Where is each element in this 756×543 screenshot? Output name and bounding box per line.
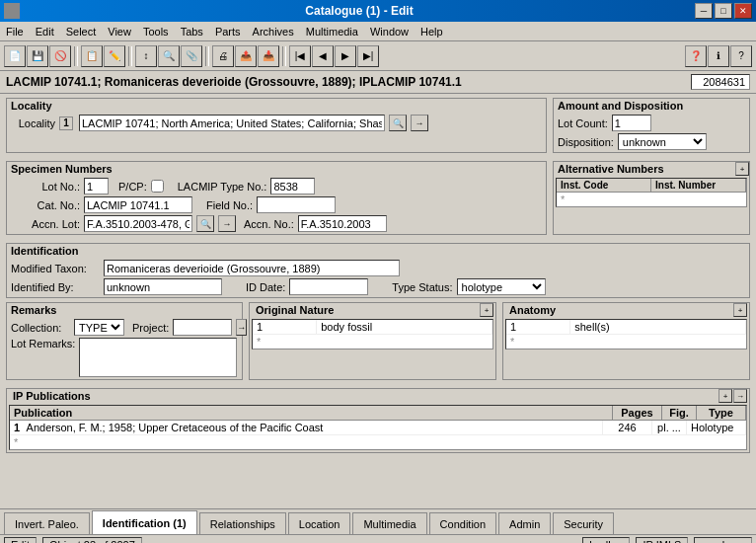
alt-numbers-grid: Inst. Code Inst. Number *: [556, 178, 747, 207]
toolbar-copy[interactable]: 📋: [81, 45, 103, 67]
toolbar-nav-prev[interactable]: ◀: [312, 45, 334, 67]
toolbar-cancel[interactable]: 🚫: [49, 45, 71, 67]
alt-numbers-add[interactable]: +: [735, 162, 749, 176]
anatomy-section: Anatomy + 1 shell(s) *: [502, 302, 750, 380]
tab-security[interactable]: Security: [553, 512, 614, 534]
locality-label: Locality: [11, 117, 55, 129]
locality-num: 1: [59, 116, 73, 130]
lot-remarks-textarea[interactable]: [79, 338, 237, 377]
menu-file[interactable]: File: [0, 25, 30, 39]
tab-identification[interactable]: Identification (1): [92, 510, 197, 534]
cat-no-input[interactable]: [84, 196, 192, 213]
anatomy-value: shell(s): [570, 320, 746, 334]
specimen-numbers-section: Specimen Numbers Lot No.: P/CP: LACMIP T…: [6, 161, 547, 235]
type-status-select[interactable]: holotypeparatypelectotypenone: [457, 278, 546, 295]
tab-relationships[interactable]: Relationships: [199, 512, 286, 534]
toolbar-import[interactable]: 📥: [258, 45, 279, 67]
toolbar-nav-first[interactable]: |◀: [289, 45, 311, 67]
close-button[interactable]: ✕: [734, 3, 752, 19]
collection-label: Collection:: [11, 322, 70, 334]
ip-pub-link[interactable]: →: [733, 389, 747, 403]
menu-archives[interactable]: Archives: [247, 25, 300, 39]
toolbar-export[interactable]: 📤: [235, 45, 257, 67]
lacmip-type-input[interactable]: [270, 178, 315, 194]
pcp-checkbox[interactable]: [151, 180, 164, 193]
identified-by-input[interactable]: [104, 278, 222, 295]
menu-help[interactable]: Help: [415, 25, 449, 39]
field-no-input[interactable]: [257, 196, 336, 213]
locality-input[interactable]: [79, 115, 385, 131]
ip-publications-title: IP Publications: [9, 389, 95, 403]
locality-link-btn[interactable]: →: [411, 115, 428, 131]
menu-parts[interactable]: Parts: [209, 25, 247, 39]
menu-edit[interactable]: Edit: [30, 25, 60, 39]
ip-pub-icons: + →: [718, 389, 747, 403]
toolbar-new[interactable]: 📄: [4, 45, 26, 67]
original-nature-row-1: 1 body fossil: [253, 320, 492, 335]
locality-section: Locality Locality 1 🔍 →: [6, 98, 547, 153]
toolbar-save[interactable]: 💾: [27, 45, 48, 67]
accn-lot-btn2[interactable]: →: [218, 215, 236, 232]
accn-lot-btn1[interactable]: 🔍: [196, 215, 214, 232]
amount-section: Amount and Disposition Lot Count: Dispos…: [553, 98, 750, 153]
toolbar-help[interactable]: ❓: [685, 45, 707, 67]
tab-admin[interactable]: Admin: [498, 512, 551, 534]
lot-count-input[interactable]: [612, 115, 651, 131]
menu-multimedia[interactable]: Multimedia: [300, 25, 364, 39]
tab-location[interactable]: Location: [288, 512, 351, 534]
tab-multimedia[interactable]: Multimedia: [352, 512, 426, 534]
toolbar-nav-last[interactable]: ▶|: [357, 45, 379, 67]
toolbar-info[interactable]: ℹ: [708, 45, 729, 67]
pub-col-type: Type: [697, 406, 746, 420]
toolbar-edit[interactable]: ✏️: [104, 45, 125, 67]
disposition-select[interactable]: unknownpresentmissing: [618, 133, 707, 150]
alt-numbers-new-row[interactable]: *: [557, 193, 746, 206]
id-date-input[interactable]: [289, 278, 368, 295]
toolbar-sort[interactable]: ↕: [135, 45, 157, 67]
identification-section: Identification Modified Taxon: Identifie…: [6, 243, 750, 298]
project-btn[interactable]: →: [236, 319, 247, 336]
toolbar-print[interactable]: 🖨: [212, 45, 234, 67]
identification-title: Identification: [7, 244, 749, 258]
anatomy-new-row[interactable]: *: [506, 335, 746, 349]
window-title: Catalogue (1) - Edit: [24, 4, 695, 18]
status-bar: Edit Object 23 of 2007 lwalker IP IMLS e…: [0, 534, 756, 543]
collection-select[interactable]: TYPE: [74, 319, 124, 336]
toolbar-attach[interactable]: 📎: [181, 45, 202, 67]
tab-invert-paleo[interactable]: Invert. Paleo.: [4, 512, 90, 534]
tab-condition[interactable]: Condition: [429, 512, 496, 534]
lot-no-label: Lot No.:: [11, 181, 80, 193]
alt-numbers-header: Inst. Code Inst. Number: [557, 179, 746, 193]
accn-no-input[interactable]: [298, 215, 387, 232]
ip-pub-add[interactable]: +: [718, 389, 732, 403]
menu-tools[interactable]: Tools: [137, 25, 175, 39]
status-user1: lwalker: [582, 537, 630, 544]
maximize-button[interactable]: □: [715, 3, 732, 19]
menu-view[interactable]: View: [102, 25, 137, 39]
locality-search-btn[interactable]: 🔍: [389, 115, 407, 131]
anatomy-add[interactable]: +: [733, 303, 747, 317]
record-header: LACMIP 10741.1; Romaniceras deverioide (…: [0, 71, 756, 94]
original-nature-add[interactable]: +: [480, 303, 493, 317]
accn-lot-input[interactable]: [84, 215, 192, 232]
anatomy-grid: 1 shell(s) *: [505, 319, 747, 349]
original-nature-section: Original Nature + 1 body fossil *: [249, 302, 496, 380]
toolbar-nav-next[interactable]: ▶: [335, 45, 356, 67]
lot-no-input[interactable]: [84, 178, 109, 194]
menu-tabs[interactable]: Tabs: [175, 25, 209, 39]
toolbar-filter[interactable]: 🔍: [158, 45, 180, 67]
window-controls: ─ □ ✕: [695, 3, 752, 19]
project-input[interactable]: [173, 319, 232, 336]
status-user3: emulacm: [694, 537, 752, 544]
original-nature-new-row[interactable]: *: [253, 335, 492, 349]
menu-window[interactable]: Window: [364, 25, 415, 39]
pub-col-publication: Publication: [10, 406, 613, 420]
status-user2: IP IMLS: [636, 537, 688, 544]
minimize-button[interactable]: ─: [695, 3, 713, 19]
pub-row-1-type: Holotype: [687, 421, 746, 434]
original-nature-value: body fossil: [317, 320, 492, 334]
modified-taxon-input[interactable]: [104, 260, 400, 276]
toolbar-extra[interactable]: ?: [730, 45, 752, 67]
pub-new-row[interactable]: *: [10, 435, 746, 449]
menu-select[interactable]: Select: [60, 25, 103, 39]
